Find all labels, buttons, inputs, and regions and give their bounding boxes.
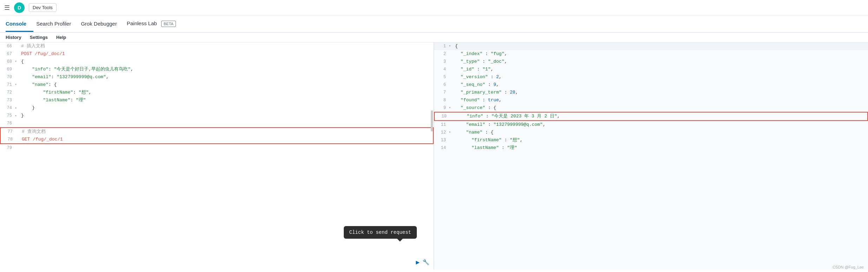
tab-grok-debugger[interactable]: Grok Debugger	[81, 16, 124, 32]
resp-line-3: 3 "_type" : "_doc",	[434, 58, 868, 66]
resp-num-14: 14	[434, 144, 449, 152]
hamburger-icon[interactable]: ☰	[4, 4, 10, 12]
code-line-76: 76	[0, 120, 434, 127]
resp-line-12: 12 ▾ "name" : {	[434, 129, 868, 136]
resp-line-5: 5 "_version" : 2,	[434, 73, 868, 81]
sub-nav: History Settings Help	[0, 33, 868, 42]
line-num-70: 70	[0, 73, 15, 81]
subnav-help[interactable]: Help	[56, 35, 66, 40]
resp-fold-1[interactable]: ▾	[449, 42, 454, 50]
resp-line-11: 11 "email" : "1327999999@q.com",	[434, 121, 868, 129]
resp-content-11: "email" : "1327999999@q.com",	[454, 121, 868, 129]
play-icon[interactable]: ▶	[416, 258, 420, 266]
fold-75[interactable]: ▴	[15, 112, 20, 120]
code-content-68: {	[20, 58, 434, 66]
resp-num-3: 3	[434, 58, 449, 66]
code-line-68: 68 ▾ {	[0, 58, 434, 66]
resp-line-7: 7 "_primary_term" : 28,	[434, 89, 868, 96]
line-num-76: 76	[0, 120, 15, 127]
resp-num-5: 5	[434, 73, 449, 81]
code-line-79: 79	[0, 144, 434, 152]
resp-content-9: "_source" : {	[454, 104, 868, 112]
resp-content-13: "firstName" : "想",	[454, 136, 868, 144]
resp-line-6: 6 "_seq_no" : 9,	[434, 81, 868, 89]
code-content-74: }	[20, 104, 434, 112]
code-content-77: # 查询文档	[20, 128, 433, 136]
resp-num-10: 10	[435, 113, 449, 120]
subnav-history[interactable]: History	[6, 35, 21, 40]
resp-num-7: 7	[434, 89, 449, 96]
resp-line-1: 1 ▾ {	[434, 42, 868, 50]
subnav-settings[interactable]: Settings	[30, 35, 48, 40]
code-line-73: 73 "lastName": "理"	[0, 96, 434, 104]
code-line-77: 77 # 查询文档	[0, 127, 434, 136]
line-num-73: 73	[0, 96, 15, 104]
fold-71[interactable]: ▾	[15, 81, 20, 89]
watermark: CSDN @Fug_Lee	[833, 265, 864, 269]
code-content-67: POST /fug/_doc/1	[20, 50, 434, 58]
line-num-79: 79	[0, 144, 15, 152]
resp-num-1: 1	[434, 42, 449, 50]
code-line-72: 72 "firstName": "想",	[0, 89, 434, 96]
response-panel: 1 ▾ { 2 "_index" : "fug", 3 "_type" : "_…	[434, 42, 868, 270]
editor-panel[interactable]: 66 # 插入文档 67 POST /fug/_doc/1 68 ▾ { 69	[0, 42, 434, 270]
resp-content-5: "_version" : 2,	[454, 73, 868, 81]
line-num-74: 74	[0, 104, 15, 112]
resp-content-4: "_id" : "1",	[454, 66, 868, 73]
wrench-icon[interactable]: 🔧	[422, 259, 429, 266]
code-line-70: 70 "email": "1327999999@q.com",	[0, 73, 434, 81]
nav-tabs: Console Search Profiler Grok Debugger Pa…	[0, 15, 868, 33]
line-num-78: 78	[1, 136, 15, 143]
resp-content-10: "info" : "今天是 2023 年 3 月 2 日",	[454, 113, 867, 120]
fold-68[interactable]: ▾	[15, 58, 20, 66]
resp-num-6: 6	[434, 81, 449, 89]
code-line-78: 78 GET /fug/_doc/1	[0, 136, 434, 144]
resp-line-4: 4 "_id" : "1",	[434, 66, 868, 73]
code-content-75: }	[20, 112, 434, 120]
code-content-66: # 插入文档	[20, 42, 434, 50]
code-content-69: "info": "今天是个好日子,早起的虫儿有鸟吃",	[20, 66, 434, 73]
resp-line-9: 9 ▾ "_source" : {	[434, 104, 868, 112]
code-line-66: 66 # 插入文档	[0, 42, 434, 50]
line-num-75: 75	[0, 112, 15, 120]
code-content-78: GET /fug/_doc/1	[20, 136, 433, 143]
resp-line-13: 13 "firstName" : "想",	[434, 136, 868, 144]
resp-content-7: "_primary_term" : 28,	[454, 89, 868, 96]
code-content-76	[20, 120, 434, 127]
resp-content-12: "name" : {	[454, 129, 868, 136]
resp-num-13: 13	[434, 136, 449, 144]
main-panel: 66 # 插入文档 67 POST /fug/_doc/1 68 ▾ { 69	[0, 42, 868, 270]
tab-console[interactable]: Console	[6, 16, 33, 32]
code-content-72: "firstName": "想",	[20, 89, 434, 96]
resp-num-11: 11	[434, 121, 449, 129]
editor-scrollbar[interactable]	[431, 110, 433, 131]
tab-painless-lab[interactable]: Painless Lab BETA	[127, 15, 183, 32]
code-content-79	[20, 144, 434, 152]
resp-fold-9[interactable]: ▾	[449, 104, 454, 112]
resp-content-8: "found" : true,	[454, 96, 868, 104]
line-num-72: 72	[0, 89, 15, 96]
dev-tools-button[interactable]: Dev Tools	[29, 3, 57, 12]
code-area: 66 # 插入文档 67 POST /fug/_doc/1 68 ▾ { 69	[0, 42, 434, 152]
resp-num-8: 8	[434, 96, 449, 104]
code-line-69: 69 "info": "今天是个好日子,早起的虫儿有鸟吃",	[0, 66, 434, 73]
resp-num-12: 12	[434, 129, 449, 136]
code-line-74: 74 ▴ }	[0, 104, 434, 112]
tab-search-profiler[interactable]: Search Profiler	[36, 16, 78, 32]
code-line-67: 67 POST /fug/_doc/1	[0, 50, 434, 58]
line-num-69: 69	[0, 66, 15, 73]
topbar: ☰ D Dev Tools	[0, 0, 868, 15]
code-content-70: "email": "1327999999@q.com",	[20, 73, 434, 81]
avatar[interactable]: D	[14, 2, 25, 13]
resp-content-3: "_type" : "_doc",	[454, 58, 868, 66]
beta-badge: BETA	[161, 21, 176, 27]
resp-content-6: "_seq_no" : 9,	[454, 81, 868, 89]
line-num-77: 77	[1, 128, 15, 136]
resp-line-8: 8 "found" : true,	[434, 96, 868, 104]
line-num-68: 68	[0, 58, 15, 66]
send-request-tooltip: Click to send request	[344, 226, 417, 239]
resp-content-14: "lastName" : "理"	[454, 144, 868, 152]
resp-fold-12[interactable]: ▾	[449, 129, 454, 136]
line-num-67: 67	[0, 50, 15, 58]
fold-74[interactable]: ▴	[15, 104, 20, 112]
